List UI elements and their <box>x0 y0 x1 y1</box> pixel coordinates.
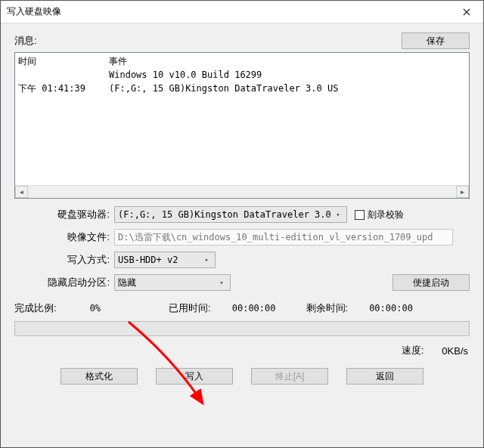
write-mode-label: 写入方式: <box>14 253 114 267</box>
write-mode-dropdown[interactable]: USB-HDD+ v2 ▾ <box>114 252 216 268</box>
hidden-partition-dropdown[interactable]: 隐藏 ▾ <box>114 274 231 291</box>
close-button[interactable] <box>450 1 483 23</box>
speed-label: 速度: <box>402 344 424 357</box>
chevron-down-icon: ▾ <box>216 279 227 286</box>
image-file-field[interactable]: D:\迅雷下载\cn_windows_10_multi-edition_vl_v… <box>114 229 453 246</box>
close-icon <box>463 8 470 16</box>
window-title: 写入硬盘映像 <box>7 5 61 18</box>
back-button[interactable]: 返回 <box>346 368 424 385</box>
title-bar: 写入硬盘映像 <box>1 1 483 23</box>
log-row: Windows 10 v10.0 Build 16299 <box>18 68 466 82</box>
checkbox-icon <box>355 210 365 220</box>
log-panel: 时间 事件 Windows 10 v10.0 Build 16299 下午 01… <box>14 52 470 199</box>
elapsed-value: 00:00:00 <box>232 303 276 314</box>
speed-value: 0KB/s <box>442 345 468 357</box>
format-button[interactable]: 格式化 <box>60 368 138 385</box>
chevron-down-icon: ▾ <box>201 256 212 264</box>
info-section-label: 消息: <box>14 34 402 48</box>
verify-label: 刻录校验 <box>368 209 404 221</box>
remaining-label: 剩余时间: <box>306 301 349 315</box>
quick-boot-button[interactable]: 便捷启动 <box>392 274 470 291</box>
done-pct-value: 0% <box>90 303 101 314</box>
abort-button: 终止[A] <box>251 368 328 385</box>
progress-bar <box>14 321 470 336</box>
hidden-partition-label: 隐藏启动分区: <box>14 276 114 289</box>
log-header: 时间 事件 <box>18 54 466 68</box>
remaining-value: 00:00:00 <box>369 303 413 314</box>
scroll-track[interactable] <box>28 186 456 198</box>
scroll-right-icon[interactable]: ► <box>456 186 469 198</box>
image-file-label: 映像文件: <box>14 230 114 244</box>
dialog-window: 写入硬盘映像 消息: 保存 时间 事件 Windows 10 v10.0 Bui… <box>0 0 484 448</box>
done-pct-label: 完成比例: <box>14 301 57 315</box>
verify-checkbox[interactable]: 刻录校验 <box>355 209 404 221</box>
log-row: 下午 01:41:39 (F:,G:, 15 GB)Kingston DataT… <box>18 82 466 95</box>
write-button[interactable]: 写入 <box>156 368 233 385</box>
drive-label: 硬盘驱动器: <box>14 208 114 221</box>
drive-dropdown[interactable]: (F:,G:, 15 GB)Kingston DataTraveler 3.0 … <box>114 206 347 223</box>
scroll-left-icon[interactable]: ◄ <box>15 186 28 198</box>
horizontal-scrollbar[interactable]: ◄ ► <box>15 185 469 198</box>
save-button[interactable]: 保存 <box>402 32 470 49</box>
chevron-down-icon: ▾ <box>333 211 343 218</box>
elapsed-label: 已用时间: <box>169 301 211 315</box>
